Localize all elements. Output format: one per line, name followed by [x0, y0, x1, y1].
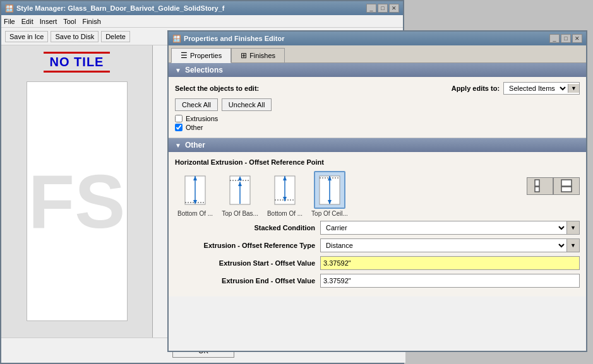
- offset-ref-type-row: Extrusion - Offset Reference Type Distan…: [175, 237, 580, 252]
- props-minimize-button[interactable]: _: [549, 34, 560, 43]
- other-section: ▼ Other Horizontal Extrusion - Offset Re…: [169, 138, 586, 296]
- svg-rect-21: [535, 187, 539, 192]
- selections-top-row: Select the objects to edit: Apply edits …: [175, 82, 580, 95]
- preview-box: FS: [27, 81, 128, 321]
- extrusion-icon-item-3[interactable]: Top Of Ceil...: [311, 171, 348, 217]
- extrusion-end-label: Extrusion End - Offset Value: [175, 277, 320, 285]
- tab-properties[interactable]: ☰ Properties: [171, 48, 231, 63]
- save-to-disk-button[interactable]: Save to Disk: [51, 31, 99, 42]
- extrusion-svg-2: [269, 171, 301, 209]
- offset-ref-type-select[interactable]: Distance: [321, 239, 566, 252]
- extrusion-start-label: Extrusion Start - Offset Value: [175, 259, 320, 267]
- horiz-extrusion-title: Horizontal Extrusion - Offset Reference …: [175, 158, 348, 166]
- menu-finish[interactable]: Finish: [82, 18, 100, 25]
- other-inner: Horizontal Extrusion - Offset Reference …: [169, 152, 586, 296]
- other-arrow-icon: ▼: [175, 142, 181, 149]
- other-section-header: ▼ Other: [169, 138, 586, 152]
- check-buttons-row: Check All Uncheck All: [175, 98, 580, 111]
- stacked-icon-right[interactable]: [553, 177, 580, 195]
- apply-edits-label: Apply edits to:: [452, 85, 500, 92]
- selections-header-label: Selections: [185, 66, 223, 74]
- apply-dropdown-btn[interactable]: ▼: [568, 84, 579, 93]
- extrusions-label: Extrusions: [186, 115, 218, 122]
- apply-select[interactable]: Selected Items: [504, 83, 568, 94]
- extrusion-svg-0: [179, 171, 211, 209]
- extrusion-label-1: Top Of Bas...: [222, 210, 258, 217]
- extrusions-checkbox-row: Extrusions: [175, 115, 580, 122]
- props-editor-title: Properties and Finishes Editor: [184, 35, 285, 42]
- stacked-condition-row: Stacked Condition Carrier ▼: [175, 220, 580, 235]
- extrusion-icon-item-0[interactable]: Bottom Of ...: [177, 171, 213, 217]
- extrusion-icon-item-1[interactable]: Top Of Bas...: [222, 171, 258, 217]
- extrusion-label-3: Top Of Ceil...: [311, 210, 348, 217]
- props-maximize-button[interactable]: □: [561, 34, 571, 43]
- delete-button[interactable]: Delete: [101, 31, 130, 42]
- extrusion-end-row: Extrusion End - Offset Value: [175, 273, 580, 288]
- maximize-button[interactable]: □: [378, 4, 388, 13]
- props-close-button[interactable]: ✕: [572, 34, 582, 43]
- tab-properties-label: Properties: [190, 52, 222, 59]
- properties-tab-icon: ☰: [181, 51, 188, 60]
- save-in-ice-button[interactable]: Save in Ice: [5, 31, 48, 42]
- offset-ref-type-label: Extrusion - Offset Reference Type: [175, 242, 320, 249]
- close-button[interactable]: ✕: [389, 4, 399, 13]
- menu-insert[interactable]: Insert: [40, 18, 57, 25]
- menu-edit[interactable]: Edit: [21, 18, 33, 25]
- menubar: File Edit Insert Tool Finish: [1, 15, 403, 28]
- stacked-icon-left[interactable]: [527, 177, 553, 195]
- stacked-condition-dropdown-btn[interactable]: ▼: [566, 221, 579, 234]
- extrusion-label-2: Bottom Of ...: [267, 210, 302, 217]
- check-all-button[interactable]: Check All: [175, 98, 218, 111]
- extrusion-icons-row: Bottom Of ...: [175, 171, 348, 217]
- svg-rect-23: [561, 187, 572, 192]
- finishes-tab-icon: ⊞: [241, 51, 247, 60]
- style-manager-title: Style Manager: Glass_Barn_Door_Barivot_G…: [16, 4, 225, 12]
- menu-tool[interactable]: Tool: [63, 18, 76, 25]
- other-header-label: Other: [185, 141, 205, 150]
- other-checkbox[interactable]: [175, 124, 183, 131]
- extrusion-end-input[interactable]: [320, 274, 580, 288]
- stacked-condition-label: Stacked Condition: [175, 224, 320, 232]
- preview-fs-text: FS: [28, 158, 125, 245]
- svg-rect-20: [535, 180, 539, 186]
- selections-section-header: ▼ Selections: [169, 63, 586, 77]
- extrusion-start-input[interactable]: [320, 256, 580, 270]
- no-tile-label: NO TILE: [44, 52, 111, 73]
- selections-arrow-icon: ▼: [175, 67, 181, 74]
- offset-ref-type-dropdown-btn[interactable]: ▼: [566, 239, 579, 252]
- style-manager-titlebar: 🪟 Style Manager: Glass_Barn_Door_Barivot…: [1, 1, 403, 15]
- right-icon-area: [527, 177, 580, 195]
- props-tabs: ☰ Properties ⊞ Finishes: [169, 45, 586, 63]
- select-objects-label: Select the objects to edit:: [175, 85, 259, 92]
- stacked-condition-dropdown[interactable]: Carrier ▼: [320, 221, 580, 235]
- props-editor-icon: 🪟: [172, 35, 181, 43]
- extrusion-svg-1: [224, 171, 256, 209]
- stacked-condition-select[interactable]: Carrier: [321, 221, 566, 234]
- tab-finishes[interactable]: ⊞ Finishes: [231, 48, 285, 62]
- uncheck-all-button[interactable]: Uncheck All: [222, 98, 272, 111]
- props-editor: 🪟 Properties and Finishes Editor _ □ ✕ ☰…: [167, 30, 587, 352]
- extrusion-svg-3: [314, 171, 345, 209]
- extrusion-start-row: Extrusion Start - Offset Value: [175, 255, 580, 270]
- props-editor-titlebar: 🪟 Properties and Finishes Editor _ □ ✕: [169, 32, 586, 45]
- preview-pane: NO TILE FS: [1, 45, 153, 363]
- apply-select-wrapper: Selected Items ▼: [503, 82, 580, 95]
- extrusions-checkbox[interactable]: [175, 115, 183, 122]
- other-label: Other: [186, 124, 203, 131]
- offset-ref-type-dropdown[interactable]: Distance ▼: [320, 238, 580, 252]
- extrusion-label-0: Bottom Of ...: [177, 210, 213, 217]
- other-checkbox-row: Other: [175, 124, 580, 131]
- tab-finishes-label: Finishes: [249, 52, 275, 59]
- minimize-button[interactable]: _: [366, 4, 376, 13]
- style-manager-icon: 🪟: [5, 4, 14, 13]
- selections-body: Select the objects to edit: Apply edits …: [169, 77, 586, 138]
- menu-file[interactable]: File: [4, 18, 15, 25]
- extrusion-icon-item-2[interactable]: Bottom Of ...: [267, 171, 302, 217]
- svg-rect-22: [561, 180, 572, 186]
